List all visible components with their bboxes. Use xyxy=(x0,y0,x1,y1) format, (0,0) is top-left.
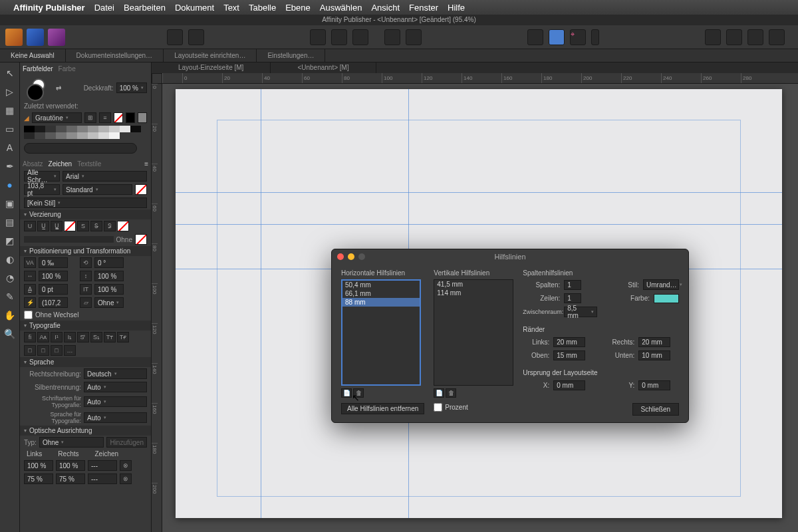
hyphenation-select[interactable]: Auto xyxy=(84,382,147,392)
toolbar-arrange-2[interactable] xyxy=(726,29,742,45)
remove-vertical-guide-icon[interactable]: 🗑 xyxy=(446,388,456,398)
vertical-guides-list[interactable]: 41,5 mm 114 mm xyxy=(434,279,513,386)
paragraph-tab[interactable]: Absatz xyxy=(23,160,43,168)
horizontal-ruler[interactable]: 020406080100120140160180200220240260280 xyxy=(162,73,798,84)
opacity-field[interactable]: 100 % xyxy=(116,82,147,93)
document-tab-2[interactable]: <Unbenannt> [M] xyxy=(271,63,376,73)
underline-color[interactable] xyxy=(64,221,76,231)
optical-char-1[interactable] xyxy=(88,460,117,471)
guide-h-1[interactable] xyxy=(176,192,782,193)
rotate-field[interactable] xyxy=(94,257,124,268)
text-frame-tool-icon[interactable]: ▭ xyxy=(3,122,17,136)
context-preferences[interactable]: Einstellungen… xyxy=(257,49,325,62)
typo-a[interactable]: □ xyxy=(24,345,36,356)
typo-more[interactable]: … xyxy=(64,345,76,356)
toolbar-shape-rect-icon[interactable] xyxy=(310,29,326,45)
menu-layer[interactable]: Ebene xyxy=(285,3,311,13)
guide-v-1[interactable] xyxy=(261,89,261,518)
list-item[interactable]: 88 mm xyxy=(342,298,420,307)
spelling-select[interactable]: Deutsch xyxy=(84,368,147,379)
vector-crop-tool-icon[interactable]: ◩ xyxy=(3,234,17,247)
optical-del-1[interactable]: ⊗ xyxy=(120,460,132,471)
underline3-btn[interactable]: U̳ xyxy=(51,221,63,231)
toolbar-snap-dropdown-icon[interactable] xyxy=(591,29,599,45)
list-item[interactable]: 66,1 mm xyxy=(342,289,420,298)
swatch-black-icon[interactable] xyxy=(126,112,135,123)
menu-document[interactable]: Dokument xyxy=(175,3,214,13)
optical-del-2[interactable]: ⊗ xyxy=(120,473,132,484)
language-section[interactable]: Sprache xyxy=(20,357,151,367)
text-color-well[interactable] xyxy=(135,184,147,195)
menu-text[interactable]: Text xyxy=(223,3,239,13)
percent-checkbox[interactable] xyxy=(434,403,442,412)
font-collection-select[interactable]: Alle Schr… xyxy=(24,171,60,182)
swatch-grid[interactable] xyxy=(20,124,151,140)
swatch-none-icon[interactable] xyxy=(114,112,123,123)
sups-btn[interactable]: I¹ xyxy=(51,332,63,342)
origin-x-field[interactable] xyxy=(553,380,585,390)
guide-h-2[interactable] xyxy=(176,224,782,225)
menu-help[interactable]: Hilfe xyxy=(448,3,465,13)
optical-right-1[interactable] xyxy=(56,460,85,471)
document-tab-1[interactable]: Layout-Einzelseite [M] xyxy=(152,63,271,73)
add-horizontal-guide-icon[interactable]: 📄 xyxy=(341,388,352,398)
menu-edit[interactable]: Bearbeiten xyxy=(124,3,166,13)
optical-left-2[interactable] xyxy=(24,473,53,484)
titl-btn[interactable]: Tᴛ xyxy=(104,332,116,342)
toolbar-arrange-1[interactable] xyxy=(705,29,721,45)
hscale-field[interactable] xyxy=(39,271,68,281)
zoom-tool-icon[interactable]: 🔍 xyxy=(3,327,17,340)
add-optical-button[interactable]: Hinzufügen xyxy=(106,437,147,448)
toolbar-snap-icon[interactable]: ⌖ xyxy=(570,29,586,45)
toolbar-preview-icon[interactable] xyxy=(527,29,543,45)
font-typography-select[interactable]: Auto xyxy=(84,396,147,407)
toolbar-button-b[interactable] xyxy=(188,29,204,45)
ruler-origin[interactable] xyxy=(152,73,162,84)
list-item[interactable]: 114 mm xyxy=(434,289,513,297)
ordn-btn[interactable]: Sᵗ xyxy=(77,332,89,342)
c2sc-btn[interactable]: S₁ xyxy=(90,332,102,342)
palette-view-icon[interactable]: ⊞ xyxy=(84,112,96,123)
node-tool-icon[interactable]: ▷ xyxy=(3,85,17,98)
character-tab[interactable]: Zeichen xyxy=(49,160,72,168)
lang-typography-select[interactable]: Auto xyxy=(84,412,147,423)
color-picker-tool-icon[interactable]: ✎ xyxy=(3,290,17,303)
strike-btn[interactable]: S xyxy=(77,221,89,231)
table-tool-icon[interactable]: ▦ xyxy=(3,104,17,117)
menu-select[interactable]: Auswählen xyxy=(320,3,362,13)
persona-designer-icon[interactable] xyxy=(27,29,44,46)
liga-btn[interactable]: fi xyxy=(24,332,36,342)
fill-tool-icon[interactable]: ◐ xyxy=(3,253,17,266)
list-item[interactable]: 41,5 mm xyxy=(434,280,513,289)
color-tab[interactable]: Farbe xyxy=(59,65,76,72)
tracking-field[interactable] xyxy=(39,257,68,268)
close-button[interactable]: Schließen xyxy=(632,403,679,416)
persona-photo-icon[interactable] xyxy=(48,29,65,46)
context-spread-setup[interactable]: Layoutseite einrichten… xyxy=(164,49,257,62)
margin-right-field[interactable] xyxy=(638,337,670,347)
menu-file[interactable]: Datei xyxy=(94,3,114,13)
margin-top-field[interactable] xyxy=(553,350,585,360)
toolbar-arrange-4[interactable] xyxy=(769,29,785,45)
smcp-btn[interactable]: Aᴀ xyxy=(37,332,49,342)
strike3-btn[interactable]: S̷ xyxy=(104,221,116,231)
artistic-text-tool-icon[interactable]: A xyxy=(3,141,17,154)
strike2-btn[interactable]: S̶ xyxy=(90,221,102,231)
shear-select[interactable]: Ohne xyxy=(94,297,124,308)
subs-btn[interactable]: I₁ xyxy=(64,332,76,342)
vertical-ruler[interactable]: 020406080100120140160180200 xyxy=(152,84,162,532)
rows-field[interactable] xyxy=(564,293,581,303)
underline-btn[interactable]: U xyxy=(24,221,36,231)
guide-color-well[interactable] xyxy=(654,294,679,303)
picture-frame-tool-icon[interactable]: ▣ xyxy=(3,197,17,210)
context-doc-settings[interactable]: Dokumenteinstellungen… xyxy=(66,49,164,62)
text-styles-tab[interactable]: Textstile xyxy=(77,160,101,168)
pan-tool-icon[interactable]: ✋ xyxy=(3,309,17,322)
style-select[interactable]: Umrand… xyxy=(643,279,679,290)
toolbar-pin-icon[interactable] xyxy=(384,29,400,45)
palette-select[interactable]: Grautöne xyxy=(32,112,82,123)
optical-alignment-section[interactable]: Optische Ausrichtung xyxy=(20,426,151,436)
margin-left-field[interactable] xyxy=(553,337,585,347)
text-style-select[interactable]: [Kein Stil] xyxy=(24,198,147,208)
no-break-checkbox[interactable] xyxy=(24,311,33,319)
